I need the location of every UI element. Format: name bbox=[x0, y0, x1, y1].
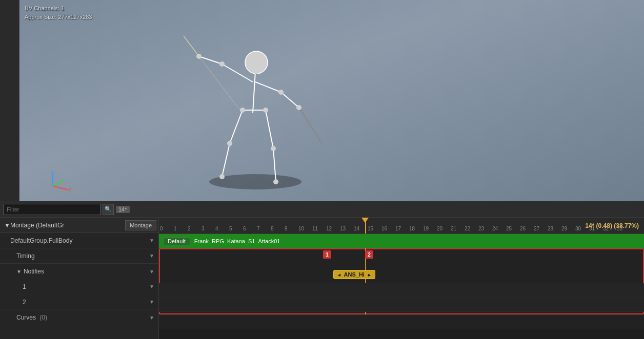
time-mark-14: 14 bbox=[353, 226, 367, 231]
time-mark-11: 11 bbox=[311, 226, 325, 231]
timing-chevron-icon: ▼ bbox=[149, 253, 154, 259]
notify-2-number: 2 bbox=[368, 252, 371, 258]
sidebar-item-timing[interactable]: Timing ▼ bbox=[0, 248, 158, 264]
svg-line-8 bbox=[230, 110, 243, 143]
timecode-header: 0 1 2 3 4 5 6 7 8 9 10 11 12 13 14 15 16 bbox=[159, 218, 644, 234]
time-mark-20: 20 bbox=[436, 226, 450, 231]
svg-point-17 bbox=[196, 54, 202, 59]
montage-row[interactable]: ▼ Montage (DefaultGr Montage bbox=[0, 218, 158, 233]
svg-line-30 bbox=[53, 180, 64, 186]
sidebar-item-notify-2[interactable]: 2 ▼ bbox=[0, 294, 158, 310]
time-mark-19: 19 bbox=[422, 226, 436, 231]
svg-line-9 bbox=[222, 143, 230, 177]
time-mark-1: 1 bbox=[173, 226, 187, 231]
montage-button[interactable]: Montage bbox=[125, 220, 156, 230]
svg-point-19 bbox=[296, 105, 301, 110]
search-button[interactable]: 🔍 bbox=[103, 204, 114, 215]
curves-row bbox=[159, 315, 644, 329]
curves-label: Curves (0) bbox=[16, 314, 149, 321]
notifies-track[interactable]: 1 2 ANS_Hi bbox=[159, 248, 644, 315]
svg-point-20 bbox=[240, 108, 245, 113]
time-mark-27: 27 bbox=[533, 226, 547, 231]
time-mark-29: 29 bbox=[560, 226, 574, 231]
sidebar-item-curves[interactable]: Curves (0) ▼ bbox=[0, 310, 158, 325]
time-mark-12: 12 bbox=[325, 226, 339, 231]
time-mark-21: 21 bbox=[450, 226, 464, 231]
time-mark-8: 8 bbox=[270, 226, 284, 231]
svg-line-12 bbox=[184, 36, 199, 56]
notify-2-chevron-icon: ▼ bbox=[149, 299, 154, 305]
svg-line-28 bbox=[53, 186, 68, 190]
notify-marker-1[interactable]: 1 bbox=[323, 250, 331, 259]
approx-size-label: Approx Size: 277x127x283 bbox=[25, 13, 92, 22]
time-mark-5: 5 bbox=[228, 226, 242, 231]
time-mark-17: 17 bbox=[394, 226, 408, 231]
notify-marker-2[interactable]: 2 bbox=[365, 250, 373, 259]
uv-channels-label: UV Channels: 1 bbox=[25, 4, 92, 13]
notify-1-number: 1 bbox=[326, 252, 329, 258]
notify-1-label: 1 bbox=[23, 283, 149, 290]
skeleton-figure bbox=[173, 31, 358, 189]
timecode-display: 14* (0.48) (38.77%) bbox=[585, 222, 639, 229]
filter-badge: 14* bbox=[116, 206, 130, 213]
svg-point-16 bbox=[219, 61, 225, 67]
svg-line-7 bbox=[281, 92, 299, 108]
sub-track-2 bbox=[159, 298, 644, 312]
svg-point-25 bbox=[273, 179, 278, 184]
viewport-info: UV Channels: 1 Approx Size: 277x127x283 bbox=[25, 4, 92, 21]
sidebar-item-notifies[interactable]: ▼ Notifies ▼ bbox=[0, 264, 158, 279]
time-mark-3: 3 bbox=[200, 226, 214, 231]
time-mark-9: 9 bbox=[284, 226, 297, 231]
sidebar-item-notify-1[interactable]: 1 ▼ bbox=[0, 279, 158, 294]
time-mark-4: 4 bbox=[214, 226, 228, 231]
time-mark-2: 2 bbox=[187, 226, 200, 231]
time-mark-16: 16 bbox=[380, 226, 394, 231]
playhead-line bbox=[365, 218, 366, 234]
time-mark-6: 6 bbox=[242, 226, 256, 231]
svg-line-5 bbox=[199, 56, 222, 64]
time-mark-23: 23 bbox=[477, 226, 491, 231]
timing-label: Timing bbox=[16, 252, 149, 260]
notifies-arrow-icon: ▼ bbox=[16, 269, 22, 274]
svg-text:Z: Z bbox=[51, 171, 54, 174]
svg-line-14 bbox=[199, 56, 240, 110]
curves-chevron-icon: ▼ bbox=[149, 315, 154, 321]
clip-name-label: Frank_RPG_Katana_S1_Attack01 bbox=[194, 238, 280, 244]
svg-point-18 bbox=[278, 90, 284, 95]
time-mark-24: 24 bbox=[491, 226, 505, 231]
notify-2-label: 2 bbox=[23, 299, 149, 306]
time-mark-22: 22 bbox=[464, 226, 477, 231]
default-badge: Default bbox=[163, 237, 190, 245]
svg-point-21 bbox=[263, 108, 268, 113]
sidebar-panel: ▼ Montage (DefaultGr Montage DefaultGrou… bbox=[0, 218, 159, 339]
time-mark-7: 7 bbox=[256, 226, 270, 231]
time-ruler: 0 1 2 3 4 5 6 7 8 9 10 11 12 13 14 15 16 bbox=[159, 218, 630, 234]
svg-text:X: X bbox=[68, 187, 71, 191]
time-mark-0: 0 bbox=[159, 226, 173, 231]
time-mark-25: 25 bbox=[505, 226, 519, 231]
viewport: UV Channels: 1 Approx Size: 277x127x283 bbox=[19, 0, 644, 201]
track-container[interactable]: 1 2 ANS_Hi bbox=[159, 248, 644, 339]
time-mark-10: 10 bbox=[297, 226, 311, 231]
notifies-chevron-icon: ▼ bbox=[149, 269, 154, 274]
time-mark-18: 18 bbox=[408, 226, 422, 231]
content-area: ▼ Montage (DefaultGr Montage DefaultGrou… bbox=[0, 218, 644, 339]
svg-line-13 bbox=[299, 108, 322, 143]
sidebar-item-default-group[interactable]: DefaultGroup.FullBody ▼ bbox=[0, 233, 158, 248]
montage-label: Montage (DefaultGr bbox=[10, 222, 125, 229]
svg-point-24 bbox=[219, 174, 225, 179]
filter-input[interactable] bbox=[3, 204, 100, 215]
toolbar-row: 🔍 14* bbox=[0, 201, 644, 218]
time-mark-28: 28 bbox=[547, 226, 560, 231]
bottom-panel: 🔍 14* ▼ Montage (DefaultGr Montage Defau… bbox=[0, 201, 644, 339]
svg-point-23 bbox=[271, 146, 276, 151]
notify-chip[interactable]: ANS_Hi bbox=[333, 270, 375, 279]
axis-indicator: Z X bbox=[48, 171, 73, 191]
curves-count: (0) bbox=[39, 314, 47, 321]
time-mark-13: 13 bbox=[339, 226, 353, 231]
time-mark-15: 15 bbox=[367, 226, 380, 231]
time-mark-26: 26 bbox=[519, 226, 533, 231]
svg-line-6 bbox=[255, 82, 281, 92]
svg-point-22 bbox=[227, 141, 232, 146]
svg-point-15 bbox=[254, 69, 259, 74]
